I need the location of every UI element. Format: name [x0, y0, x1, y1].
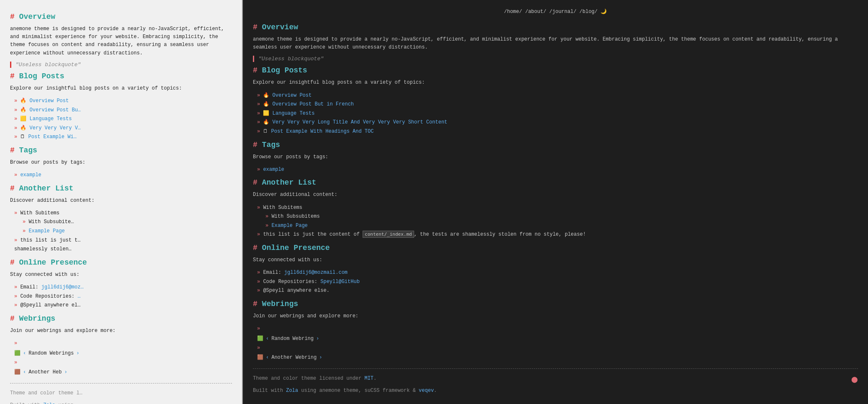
email-link[interactable]: jgll6dij6@moz…: [41, 284, 84, 290]
webring-prev[interactable]: ‹: [23, 367, 26, 377]
online-presence-heading-light: Online Presence: [10, 258, 232, 267]
online-presence-list-light: Email: jgll6dij6@moz… Code Repositories:…: [10, 283, 232, 310]
list-item: @Speyll anywhere else.: [257, 286, 858, 296]
online-presence-intro-dark: Stay connected with us:: [253, 256, 858, 264]
inline-code: content/_index.md: [363, 231, 414, 238]
list-item[interactable]: 🔥 Very Very Very V…: [14, 124, 232, 133]
webrings-intro-light: Join our webrings and explore more:: [10, 327, 232, 335]
blog-posts-heading-light: Blog Posts: [10, 72, 232, 80]
list-item[interactable]: 🟨 Language Tests: [14, 115, 232, 124]
webring-name: Random Webrings: [28, 348, 74, 358]
blog-posts-list-light: 🔥 Overview Post 🔥 Overview Post Bu… 🟨 La…: [10, 97, 232, 142]
github-link[interactable]: Speyll@GitHub: [320, 279, 360, 285]
list-item[interactable]: example: [14, 171, 232, 180]
email-link[interactable]: jgll6dij6@mozmail.com: [284, 270, 348, 275]
another-list-dark: With Subitems With Subsubitems Example P…: [253, 203, 858, 239]
webring-prev[interactable]: ‹: [266, 353, 269, 363]
sub-link[interactable]: Example Page: [271, 223, 307, 229]
tags-heading-light: Tags: [10, 146, 232, 154]
post-link[interactable]: Overview Post: [273, 93, 312, 98]
list-item[interactable]: Example Page: [23, 227, 232, 236]
list-item[interactable]: 🟩 ‹ Random Webrings ›: [14, 339, 232, 358]
github-link[interactable]: …: [77, 293, 80, 299]
list-item[interactable]: Email: jgll6dij6@moz…: [14, 283, 232, 292]
webring-next[interactable]: ›: [64, 367, 67, 377]
post-link[interactable]: Post Example With Headings And TOC: [271, 129, 374, 134]
footer-divider-light: [10, 383, 232, 383]
online-presence-list-dark: Email: jgll6dij6@mozmail.com Code Reposi…: [253, 268, 858, 296]
list-item[interactable]: 🗒 Post Example Wi…: [14, 133, 232, 142]
list-item[interactable]: 🟩 ‹ Random Webring ›: [257, 324, 858, 344]
rss-icon[interactable]: ⬤: [851, 375, 858, 385]
list-item: this list is just the content of content…: [257, 230, 858, 239]
another-list-light: With Subitems With Subsubite… Example Pa…: [10, 209, 232, 254]
tags-list-light: example: [10, 171, 232, 180]
another-list-intro-light: Discover additional content:: [10, 197, 232, 205]
list-item: @Speyll anywhere el…: [14, 301, 232, 310]
webrings-heading-light: Webrings: [10, 314, 232, 323]
webrings-list-dark: 🟩 ‹ Random Webring › 🟫 ‹ Another Webring…: [253, 324, 858, 363]
webring-next[interactable]: ›: [319, 353, 322, 363]
list-item[interactable]: example: [257, 165, 858, 175]
another-list-heading-dark: Another List: [253, 178, 858, 187]
webring-name: Random Webring: [271, 334, 314, 344]
list-item[interactable]: 🔥 Overview Post But in French: [257, 100, 858, 109]
another-list-intro-dark: Discover additional content:: [253, 191, 858, 199]
post-link[interactable]: Overview Post Bu…: [30, 107, 81, 113]
blockquote-dark: "Useless blockquote": [253, 56, 858, 62]
post-link[interactable]: Post Example Wi…: [28, 134, 77, 140]
blockquote-light: "Useless blockquote": [10, 62, 232, 68]
list-item[interactable]: 🟨 Language Tests: [257, 109, 858, 118]
list-item[interactable]: 🗒 Post Example With Headings And TOC: [257, 127, 858, 136]
list-item: With Subsubitems: [265, 212, 858, 221]
blog-posts-intro-light: Explore our insightful blog posts on a v…: [10, 85, 232, 93]
webrings-list-light: 🟩 ‹ Random Webrings › 🟫 ‹ Another Heb ›: [10, 339, 232, 377]
webrings-heading-dark: Webrings: [253, 300, 858, 308]
overview-heading-light: Overview: [10, 13, 232, 21]
zola-link-light[interactable]: Zola: [43, 402, 55, 404]
webring-next[interactable]: ›: [316, 334, 319, 344]
theme-toggle-icon[interactable]: 🌙: [600, 9, 607, 15]
list-item: With Subitems With Subsubitems Example P…: [257, 203, 858, 231]
overview-heading-dark: Overview: [253, 23, 858, 31]
list-item[interactable]: 🟫 ‹ Another Heb ›: [14, 358, 232, 378]
post-link[interactable]: Overview Post: [30, 98, 69, 104]
sub-link[interactable]: Example Page: [28, 228, 64, 234]
zola-link-dark[interactable]: Zola: [286, 388, 298, 394]
list-item[interactable]: Email: jgll6dij6@mozmail.com: [257, 268, 858, 278]
veqev-link[interactable]: veqev: [419, 388, 434, 394]
breadcrumb: /home/ /about/ /journal/ /blog/: [504, 9, 598, 15]
list-item[interactable]: Code Repositories: …: [14, 292, 232, 301]
dark-panel: /home/ /about/ /journal/ /blog/ 🌙 Overvi…: [243, 0, 868, 404]
overview-body-light: anemone theme is designed to provide a n…: [10, 25, 232, 57]
post-link[interactable]: Language Tests: [273, 111, 315, 116]
list-item[interactable]: Example Page: [265, 221, 858, 231]
list-item[interactable]: 🔥 Overview Post Bu…: [14, 106, 232, 115]
list-item[interactable]: 🔥 Overview Post: [14, 97, 232, 106]
list-item: With Subitems With Subsubite… Example Pa…: [14, 209, 232, 236]
webrings-intro-dark: Join our webrings and explore more:: [253, 312, 858, 320]
webring-name: Another Heb: [28, 367, 62, 377]
post-link[interactable]: Very Very Very Long Title And Very Very …: [273, 119, 448, 125]
tags-list-dark: example: [253, 165, 858, 175]
another-list-heading-light: Another List: [10, 184, 232, 193]
post-link[interactable]: Language Tests: [30, 116, 72, 122]
list-item[interactable]: Code Repositories: Speyll@GitHub: [257, 278, 858, 287]
light-panel: Overview anemone theme is designed to pr…: [0, 0, 243, 404]
list-item[interactable]: 🔥 Overview Post: [257, 91, 858, 100]
webring-next[interactable]: ›: [76, 348, 79, 358]
webring-prev[interactable]: ‹: [23, 348, 26, 358]
list-item: this list is just t… shamelessly stolen…: [14, 236, 232, 254]
list-item[interactable]: 🔥 Very Very Very Long Title And Very Ver…: [257, 118, 858, 127]
tag-link[interactable]: example: [20, 172, 41, 178]
mit-link[interactable]: MIT: [364, 376, 373, 381]
post-link[interactable]: Very Very Very V…: [30, 125, 81, 131]
webring-name: Another Webring: [271, 353, 317, 363]
tag-link[interactable]: example: [263, 167, 284, 172]
webring-prev[interactable]: ‹: [266, 334, 269, 344]
overview-body-dark: anemone theme is designed to provide a n…: [253, 36, 858, 51]
post-link[interactable]: Overview Post But in French: [273, 101, 354, 107]
list-item[interactable]: 🟫 ‹ Another Webring ›: [257, 344, 858, 363]
list-item: With Subsubite…: [23, 218, 232, 227]
online-presence-heading-dark: Online Presence: [253, 244, 858, 252]
